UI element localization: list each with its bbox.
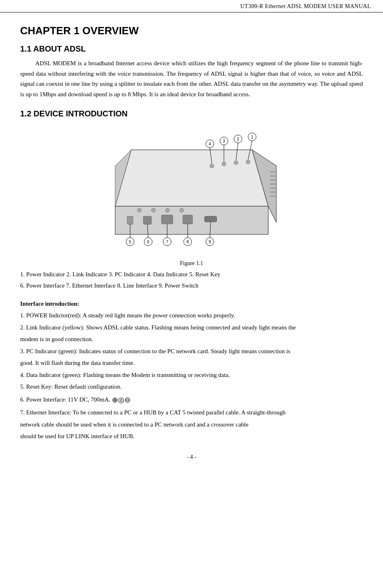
interface-heading: Interface introduction: — [20, 299, 363, 309]
svg-point-13 — [166, 208, 170, 212]
interface-item-7c: should be used for UP LINK interface of … — [20, 431, 363, 442]
svg-point-12 — [151, 208, 155, 212]
page-header: UT300-R Ethernet ADSL MODEM USER MANUAL — [0, 0, 383, 12]
interface-item-7b: network cable should be used when it is … — [20, 420, 363, 430]
indicator-line-2: 6. Power Interface 7. Ethernet Interface… — [20, 280, 363, 292]
interface-item-6: 6. Power Interface: 11V DC, 700mA. ⊕◎⊖ — [20, 394, 363, 406]
interface-introduction: Interface introduction: 1. POWER Indicto… — [20, 299, 363, 442]
svg-marker-0 — [115, 150, 268, 206]
interface-item-3b: good. It will flash during the data tran… — [20, 358, 363, 369]
interface-item-2b: modem is in good connection. — [20, 334, 363, 345]
svg-text:2: 2 — [237, 137, 239, 141]
page-number: - 4 - — [187, 454, 196, 460]
svg-point-22 — [234, 161, 238, 165]
section1-text: ADSL MODEM is a broadband Internet acces… — [20, 58, 363, 99]
svg-point-14 — [180, 208, 184, 212]
svg-point-11 — [137, 208, 141, 212]
interface-item-2: 2. Link Indicator (yellow): Shows ADSL c… — [20, 323, 363, 333]
page-footer: - 4 - — [20, 454, 363, 460]
device-figure: 4 3 2 1 5 6 7 8 — [20, 126, 363, 256]
svg-rect-18 — [183, 215, 193, 224]
svg-rect-17 — [161, 215, 173, 224]
interface-item-5: 5. Reset Key: Reset default configuratio… — [20, 382, 363, 392]
interface-item-4: 4. Data Indicator (green): Flashing mean… — [20, 370, 363, 381]
svg-point-21 — [222, 162, 226, 166]
svg-rect-19 — [205, 216, 217, 222]
figure-caption: Figure 1.1 — [20, 260, 363, 267]
svg-text:1: 1 — [251, 135, 253, 139]
interface-item-1: 1. POWER Indictor(red): A steady red lig… — [20, 311, 363, 321]
section1-title: 1.1 ABOUT ADSL — [20, 44, 363, 54]
indicator-line-1: 1. Power Indicator 2. Link Indicator 3. … — [20, 269, 363, 280]
interface-item-7: 7. Ethernet Interface: To be connected t… — [20, 408, 363, 418]
power-symbol: ⊕◎⊖ — [112, 394, 130, 406]
svg-rect-15 — [127, 216, 133, 224]
indicator-list: 1. Power Indicator 2. Link Indicator 3. … — [20, 269, 363, 292]
svg-point-23 — [246, 160, 250, 164]
svg-text:8: 8 — [186, 240, 189, 244]
chapter-title: CHAPTER 1 OVERVIEW — [20, 25, 363, 37]
svg-point-20 — [210, 164, 214, 168]
svg-rect-16 — [143, 216, 151, 224]
device-diagram-svg: 4 3 2 1 5 6 7 8 — [91, 126, 292, 255]
interface-item-3: 3. PC Indicator (green): Indicates statu… — [20, 346, 363, 357]
svg-text:4: 4 — [209, 142, 211, 146]
svg-text:5: 5 — [129, 240, 131, 244]
section2-title: 1.2 DEVICE INTRODUCTION — [20, 109, 363, 118]
svg-text:9: 9 — [209, 240, 211, 244]
svg-text:3: 3 — [223, 139, 225, 143]
svg-text:7: 7 — [166, 240, 168, 244]
header-title: UT300-R Ethernet ADSL MODEM USER MANUAL — [240, 3, 371, 9]
svg-text:6: 6 — [147, 240, 149, 244]
